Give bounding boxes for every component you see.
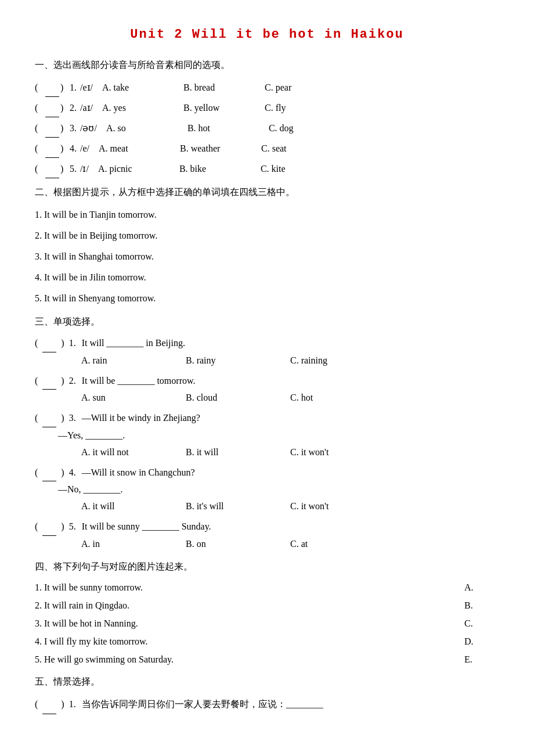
followup-line: —No, ________. [58,481,499,498]
paren-close: ) [61,338,64,348]
match-label: A. [464,579,499,596]
phoneme: /e/ [80,139,89,158]
section3-item: ( ) 3. —Will it be windy in Zhejiang? —Y… [35,410,499,460]
question-text: It will be sunny ________ Sunday. [82,521,211,531]
options-line: A. inB. onC. at [81,536,499,553]
answer-blank[interactable] [42,373,56,390]
option-b: B. bread [183,78,265,97]
paren-close: ) [61,376,64,386]
section5-item: ( ) 1. 当你告诉同学周日你们一家人要去野餐时，应说：________ [35,695,499,714]
options-line: A. it willB. it's willC. it won't [81,498,499,515]
paren-close: ) [61,699,64,709]
question-line: ( ) 1. It will ________ in Beijing. [35,335,499,352]
option-a: A. take [102,78,183,97]
option-A: A. rain [81,352,186,369]
paren-open: ( [35,78,44,97]
answer-blank[interactable] [42,519,56,536]
answer-blank[interactable] [45,139,59,158]
option-A: A. it will [81,498,186,515]
section4-item: 5. He will go swimming on Saturday. E. [35,651,499,668]
answer-blank[interactable] [45,118,59,138]
page-title: Unit 2 Will it be hot in Haikou [35,23,499,46]
question-line: ( ) 5. It will be sunny ________ Sunday. [35,519,499,536]
paren-open: ( [35,338,38,348]
section1-item: ( ) 2. /aɪ/ A. yes B. yellow C. fly [35,98,499,117]
paren-open: ( [35,160,44,178]
paren-close: ) [61,521,64,531]
answer-blank[interactable] [45,98,59,117]
item-num: 4. [69,467,76,477]
section4-matching: 1. It will be sunny tomorrow. A. 2. It w… [35,579,499,668]
section5-scene: ( ) 1. 当你告诉同学周日你们一家人要去野餐时，应说：________ [35,695,499,714]
item-num: 5. [70,160,77,178]
item-num: 5. [69,521,76,531]
sentence-text: 3. It will be hot in Nanning. [35,615,464,632]
match-label: B. [464,597,499,614]
sentence-text: 5. He will go swimming on Saturday. [35,651,464,668]
section4-header: 四、将下列句子与对应的图片连起来。 [35,559,499,575]
match-label: C. [464,615,499,632]
option-c: C. dog [269,119,294,138]
paren-close: ) [60,99,70,117]
option-a: A. yes [102,99,183,117]
answer-blank[interactable] [45,159,59,178]
sentence-text: 1. It will be sunny tomorrow. [35,579,464,596]
paren-close: ) [60,139,70,158]
option-C: C. raining [290,352,327,369]
paren-open: ( [35,139,44,158]
paren-open: ( [35,119,44,138]
item-num: 1. [69,338,76,348]
paren-open: ( [35,376,38,386]
question-text: —Will it be windy in Zhejiang? [82,413,200,423]
option-B: B. on [186,536,290,553]
item-num: 1. [69,699,76,709]
answer-blank[interactable] [42,335,56,352]
question-line: ( ) 3. —Will it be windy in Zhejiang? [35,410,499,427]
section3-item: ( ) 5. It will be sunny ________ Sunday.… [35,519,499,553]
paren-open: ( [35,413,38,423]
section4-item: 4. I will fly my kite tomorrow. D. [35,633,499,650]
section4-item: 1. It will be sunny tomorrow. A. [35,579,499,596]
section1-item: ( ) 5. /ɪ/ A. picnic B. bike C. kite [35,159,499,178]
option-a: A. so [106,119,187,138]
section4-item: 3. It will be hot in Nanning. C. [35,615,499,632]
answer-blank[interactable] [45,78,59,97]
paren-close: ) [61,467,64,477]
section3-header: 三、单项选择。 [35,314,499,330]
phoneme: /ɪ/ [80,160,89,178]
paren-open: ( [35,699,38,709]
option-A: A. in [81,536,186,553]
answer-blank[interactable] [42,465,56,482]
section3-item: ( ) 2. It will be ________ tomorrow. A. … [35,373,499,407]
option-c: C. kite [261,160,286,178]
phoneme: /əʊ/ [80,119,97,138]
options-line: A. it will notB. it willC. it won't [81,444,499,461]
question-line: ( ) 4. —Will it snow in Changchun? [35,465,499,482]
section3-choices: ( ) 1. It will ________ in Beijing. A. r… [35,335,499,553]
option-C: C. it won't [290,444,329,461]
section3-item: ( ) 4. —Will it snow in Changchun? —No, … [35,465,499,515]
item-num: 2. [70,99,77,117]
option-c: C. fly [265,99,286,117]
question-text: 当你告诉同学周日你们一家人要去野餐时，应说：________ [82,699,323,709]
section2-item: 2. It will be in Beijing tomorrow. [35,226,499,245]
match-label: D. [464,633,499,650]
option-B: B. cloud [186,390,290,406]
paren-close: ) [60,78,70,97]
option-B: B. rainy [186,352,290,369]
section2-fill: 1. It will be in Tianjin tomorrow.2. It … [35,206,499,308]
paren-close: ) [61,413,64,423]
answer-blank[interactable] [42,695,56,714]
option-c: C. seat [261,139,287,158]
item-num: 3. [69,413,76,423]
answer-blank[interactable] [42,410,56,427]
paren-open: ( [35,521,38,531]
section2-item: 5. It will in Shenyang tomorrow. [35,289,499,308]
option-A: A. sun [81,390,186,406]
option-b: B. hot [187,119,269,138]
section4-item: 2. It will rain in Qingdao. B. [35,597,499,614]
item-num: 2. [69,376,76,386]
option-B: B. it's will [186,498,290,515]
item-num: 1. [70,78,77,97]
section1-item: ( ) 4. /e/ A. meat B. weather C. seat [35,139,499,158]
